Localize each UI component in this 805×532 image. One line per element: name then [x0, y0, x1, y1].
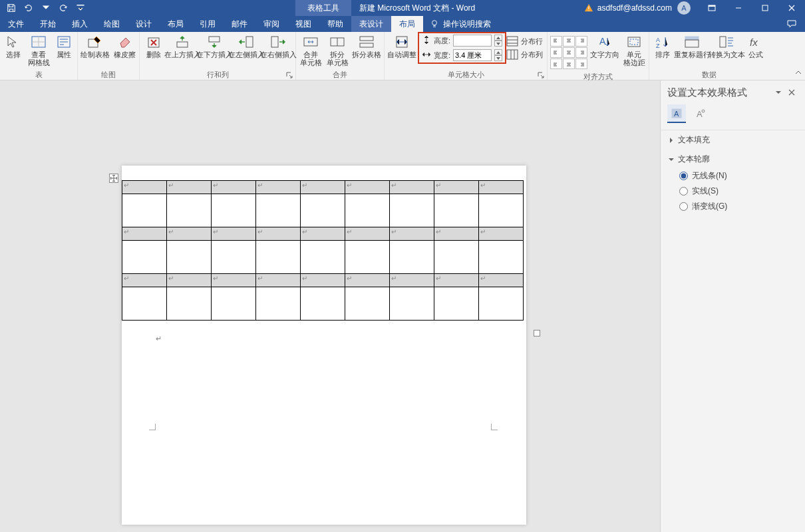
tab-draw[interactable]: 绘图	[96, 16, 128, 32]
width-input[interactable]	[453, 49, 492, 61]
user-email[interactable]: asdfsdf@afdssd.com	[597, 3, 672, 13]
group-cell-size: 自动调整 高度: 宽度: 分布行 分布列	[385, 32, 548, 80]
opt-solid-line[interactable]: 实线(S)	[679, 186, 797, 197]
align-top-left[interactable]	[550, 36, 562, 47]
tab-mail[interactable]: 邮件	[224, 16, 255, 32]
cell-margins-button[interactable]: 单元 格边距	[621, 33, 647, 68]
insert-right-button[interactable]: 在右侧插入	[262, 33, 294, 60]
tab-table-design[interactable]: 表设计	[351, 16, 391, 32]
title-bar: 表格工具 新建 Microsoft Word 文档 - Word asdfsdf…	[0, 0, 805, 16]
tab-design[interactable]: 设计	[128, 16, 160, 32]
insert-left-button[interactable]: 在左侧插入	[230, 33, 262, 60]
close-button[interactable]	[778, 0, 805, 16]
formula-button[interactable]: fx 公式	[744, 33, 768, 60]
repeat-header-button[interactable]: 重复标题行	[675, 33, 709, 60]
text-direction-button[interactable]: A 文字方向	[589, 33, 621, 60]
tab-layout[interactable]: 布局	[160, 16, 192, 32]
merge-icon	[301, 35, 320, 49]
distribute-rows-button[interactable]: 分布行	[506, 36, 543, 47]
svg-rect-8	[177, 42, 188, 47]
rows-cols-launcher[interactable]	[286, 71, 294, 79]
svg-rect-21	[630, 39, 638, 45]
sort-button[interactable]: AZ 排序	[651, 33, 675, 60]
align-top-right[interactable]	[575, 36, 587, 47]
document-area[interactable]: ↵↵↵↵↵↵↵↵↵ ↵↵↵↵↵↵↵↵↵ ↵↵↵↵↵↵↵↵↵ ↵	[0, 80, 660, 532]
ribbon-display-options[interactable]	[699, 0, 725, 16]
opt-gradient-line[interactable]: 渐变线(G)	[679, 201, 797, 212]
convert-text-icon	[717, 35, 736, 49]
merge-cells-button[interactable]: 合并 单元格	[297, 33, 324, 68]
pane-close-button[interactable]	[785, 86, 798, 99]
split-cells-button[interactable]: 拆分 单元格	[324, 33, 351, 68]
avatar[interactable]: A	[677, 1, 691, 15]
comments-button[interactable]	[778, 16, 805, 32]
tab-review[interactable]: 审阅	[255, 16, 287, 32]
save-button[interactable]	[3, 0, 20, 16]
tab-table-layout[interactable]: 布局	[391, 16, 423, 32]
height-input[interactable]	[453, 35, 492, 47]
width-icon	[422, 50, 431, 61]
convert-text-button[interactable]: 转换为文本	[709, 33, 744, 60]
pane-tab-fill-outline[interactable]: A	[667, 104, 686, 123]
align-mid-left[interactable]	[550, 47, 562, 58]
group-cell-size-label: 单元格大小	[386, 70, 546, 80]
qat-customize[interactable]	[72, 0, 89, 16]
group-merge-label: 合并	[297, 70, 383, 80]
insert-below-button[interactable]: 在下方插入	[198, 33, 230, 60]
select-button[interactable]: 选择	[1, 33, 25, 60]
table-move-handle[interactable]	[109, 174, 118, 183]
section-text-fill[interactable]: 文本填充	[661, 130, 805, 150]
insert-above-icon	[173, 35, 192, 49]
tab-help[interactable]: 帮助	[319, 16, 351, 32]
align-bot-left[interactable]	[550, 59, 562, 69]
svg-rect-18	[507, 50, 518, 59]
group-table: 选择 查看 网格线 属性 表	[0, 32, 78, 80]
undo-button[interactable]	[20, 0, 37, 16]
tab-view[interactable]: 视图	[287, 16, 319, 32]
tab-references[interactable]: 引用	[192, 16, 224, 32]
grid-icon	[29, 35, 48, 49]
split-table-button[interactable]: 拆分表格	[351, 33, 383, 60]
autofit-button[interactable]: 自动调整	[386, 33, 418, 60]
distribute-cols-button[interactable]: 分布列	[506, 49, 543, 60]
table-resize-handle[interactable]	[534, 330, 540, 336]
ribbon: 选择 查看 网格线 属性 表 绘制表格 橡皮擦 绘图	[0, 32, 805, 80]
titlebar-right: asdfsdf@afdssd.com A	[584, 0, 805, 16]
tab-home[interactable]: 开始	[32, 16, 64, 32]
opt-no-line[interactable]: 无线条(N)	[679, 170, 797, 182]
undo-dropdown[interactable]	[37, 0, 55, 16]
eraser-button[interactable]: 橡皮擦	[111, 33, 138, 60]
delete-button[interactable]: 删除	[141, 33, 166, 60]
width-spinner[interactable]	[494, 49, 502, 61]
document-table[interactable]: ↵↵↵↵↵↵↵↵↵ ↵↵↵↵↵↵↵↵↵ ↵↵↵↵↵↵↵↵↵	[122, 180, 524, 321]
draw-table-button[interactable]: 绘制表格	[79, 33, 111, 60]
svg-rect-11	[271, 37, 278, 47]
svg-text:Z: Z	[656, 43, 660, 49]
redo-button[interactable]	[55, 0, 72, 16]
align-mid-right[interactable]	[575, 47, 587, 58]
cell-size-launcher[interactable]	[538, 71, 546, 79]
group-merge: 合并 单元格 拆分 单元格 拆分表格 合并	[296, 32, 385, 80]
svg-rect-17	[507, 37, 518, 46]
tab-file[interactable]: 文件	[0, 16, 32, 32]
maximize-button[interactable]	[752, 0, 778, 16]
height-spinner[interactable]	[494, 35, 502, 47]
view-gridlines-button[interactable]: 查看 网格线	[25, 33, 52, 68]
align-bot-right[interactable]	[575, 59, 587, 69]
properties-button[interactable]: 属性	[52, 33, 76, 60]
pane-options-button[interactable]	[772, 86, 785, 99]
align-bot-center[interactable]	[563, 59, 575, 69]
fx-icon: fx	[746, 35, 765, 49]
collapse-ribbon-button[interactable]	[794, 69, 802, 78]
align-mid-center[interactable]	[563, 47, 575, 58]
tab-insert[interactable]: 插入	[64, 16, 96, 32]
pane-tab-effects[interactable]: A	[691, 104, 710, 123]
margin-crop-left	[149, 424, 156, 430]
insert-below-icon	[205, 35, 224, 49]
align-top-center[interactable]	[563, 36, 575, 47]
chevron-right-icon	[669, 138, 674, 143]
tell-me-search[interactable]: 操作说明搜索	[423, 16, 498, 32]
minimize-button[interactable]	[725, 0, 752, 16]
insert-above-button[interactable]: 在上方插入	[166, 33, 198, 60]
section-text-outline[interactable]: 文本轮廓	[661, 150, 805, 169]
